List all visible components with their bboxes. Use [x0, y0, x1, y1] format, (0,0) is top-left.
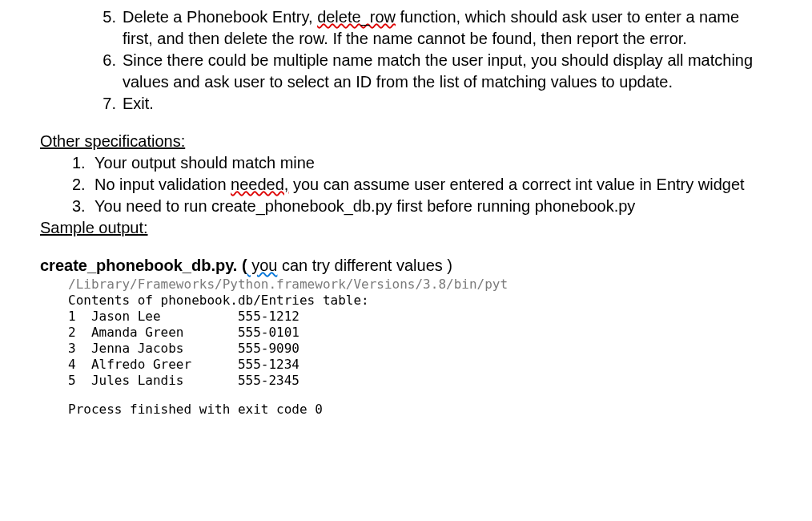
list-item: 7. Exit. — [40, 93, 772, 115]
code-line: 3 Jenna Jacobs 555-9090 — [68, 341, 299, 356]
code-output: /Library/Frameworks/Python.framework/Ver… — [40, 277, 772, 418]
list-number: 1. — [72, 152, 94, 174]
list-number: 3. — [72, 196, 94, 217]
list-item: 2. No input validation needed, you can a… — [40, 174, 772, 196]
code-line: 2 Amanda Green 555-0101 — [68, 325, 299, 340]
list-text: Delete a Phonebook Entry, delete_row fun… — [123, 6, 772, 50]
list-item: 6. Since there could be multiple name ma… — [40, 50, 772, 93]
list-number: 5. — [88, 6, 123, 50]
list-number: 6. — [88, 50, 123, 93]
list-text: Your output should match mine — [94, 152, 315, 174]
spec-numbered-list: 1. Your output should match mine 2. No i… — [40, 152, 772, 217]
list-item: 5. Delete a Phonebook Entry, delete_row … — [40, 6, 772, 50]
list-text: Exit. — [123, 93, 772, 115]
list-number: 7. — [88, 93, 123, 115]
code-line: 1 Jason Lee 555-1212 — [68, 309, 299, 324]
code-path: /Library/Frameworks/Python.framework/Ver… — [68, 277, 508, 292]
spellcheck-underline: delete_row — [317, 8, 396, 26]
code-line: 5 Jules Landis 555-2345 — [68, 373, 299, 388]
code-line: Contents of phonebook.db/Entries table: — [68, 293, 369, 308]
spellcheck-underline: needed, — [231, 176, 288, 193]
code-exit: Process finished with exit code 0 — [68, 402, 323, 418]
list-text: No input validation needed, you can assu… — [94, 174, 745, 196]
document-page: 5. Delete a Phonebook Entry, delete_row … — [0, 0, 812, 434]
list-item: 1. Your output should match mine — [40, 152, 772, 174]
code-line: 4 Alfredo Greer 555-1234 — [68, 357, 299, 372]
list-number: 2. — [72, 174, 94, 196]
list-text: You need to run create_phonebook_db.py f… — [94, 196, 635, 217]
section-heading-other-specs: Other specifications: — [40, 131, 772, 152]
main-numbered-list: 5. Delete a Phonebook Entry, delete_row … — [40, 6, 772, 115]
list-text: Since there could be multiple name match… — [123, 50, 772, 93]
list-item: 3. You need to run create_phonebook_db.p… — [40, 196, 772, 217]
create-db-line: create_phonebook_db.py. ( you can try di… — [40, 255, 772, 277]
grammar-underline: you — [247, 256, 278, 274]
section-heading-sample-output: Sample output: — [40, 217, 772, 239]
